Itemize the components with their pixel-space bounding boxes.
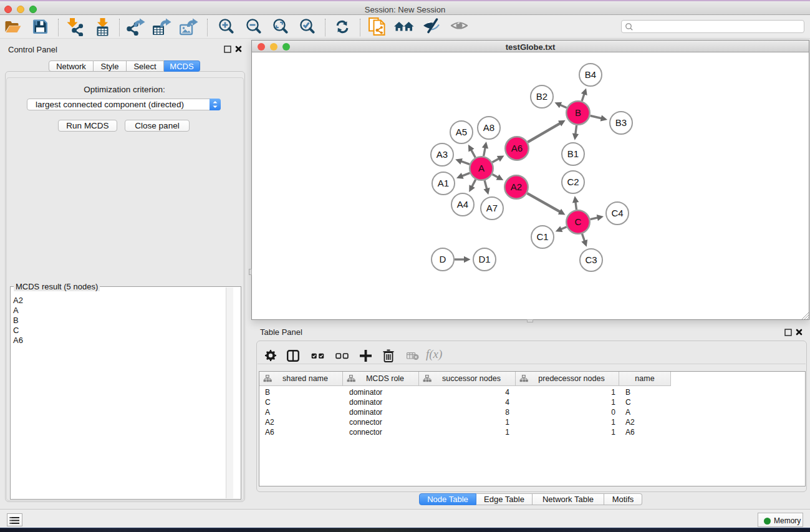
svg-text:A5: A5 xyxy=(456,127,467,137)
svg-text:B4: B4 xyxy=(585,69,596,80)
svg-text:B1: B1 xyxy=(567,148,579,159)
svg-text:A2: A2 xyxy=(511,181,522,192)
svg-text:C3: C3 xyxy=(585,254,597,265)
svg-text:C2: C2 xyxy=(567,177,579,187)
svg-text:D1: D1 xyxy=(478,254,490,264)
svg-text:A6: A6 xyxy=(511,143,523,153)
svg-text:B2: B2 xyxy=(536,91,547,102)
svg-text:A3: A3 xyxy=(436,149,448,160)
svg-text:B3: B3 xyxy=(615,117,627,128)
svg-text:A4: A4 xyxy=(457,199,468,210)
svg-text:A8: A8 xyxy=(483,122,494,133)
svg-text:C: C xyxy=(575,216,582,227)
svg-text:D: D xyxy=(440,254,446,264)
svg-text:A7: A7 xyxy=(486,203,498,213)
svg-text:C4: C4 xyxy=(611,208,623,218)
svg-text:C1: C1 xyxy=(536,231,548,242)
svg-text:B: B xyxy=(575,107,581,118)
svg-text:A1: A1 xyxy=(438,178,449,188)
svg-text:A: A xyxy=(478,163,485,173)
